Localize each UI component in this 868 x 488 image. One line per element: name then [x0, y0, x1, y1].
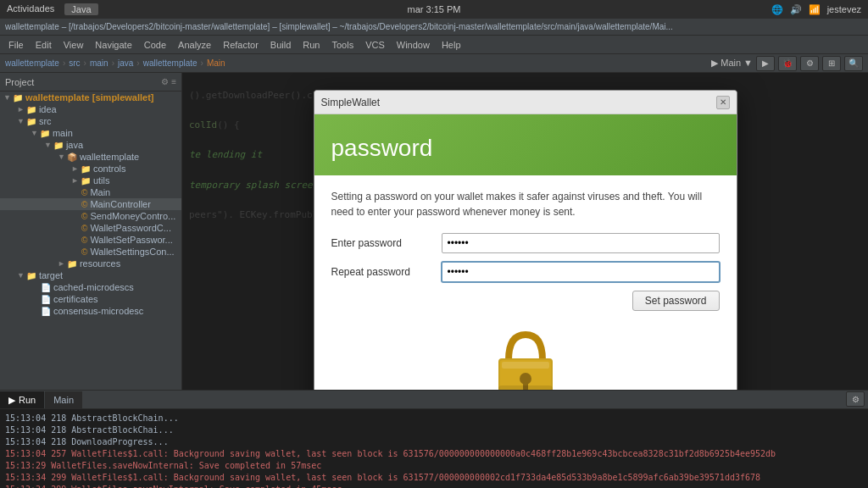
tree-idea[interactable]: ► 📁 idea	[0, 103, 181, 115]
tree-wallet-settings-label: WalletSettingsCon...	[90, 247, 174, 257]
wallet-set-password-icon: ©	[81, 236, 87, 245]
tree-wallet-password[interactable]: © WalletPasswordC...	[0, 222, 181, 234]
cached-microdescs-icon: 📄	[41, 283, 51, 292]
enter-password-row: Enter password	[331, 233, 720, 253]
tree-src-arrow: ▼	[17, 117, 25, 125]
tree-send-money[interactable]: © SendMoneyContro...	[0, 210, 181, 222]
bottom-tabs: ▶ Run Main ⚙	[0, 391, 868, 409]
run-config-label[interactable]: ▶ Main ▼	[711, 58, 753, 69]
tree-controls-arrow: ►	[71, 164, 79, 173]
certificates-icon: 📄	[41, 295, 51, 304]
breadcrumb-wallettemplate[interactable]: wallettemplate	[5, 58, 59, 68]
breadcrumb-src[interactable]: src	[69, 58, 80, 68]
toolbar-right: ▶ Main ▼ ▶ 🐞 ⚙ ⊞ 🔍	[711, 56, 863, 71]
main-tab[interactable]: Main	[45, 391, 83, 408]
tree-main-controller-label: MainController	[90, 199, 151, 209]
repeat-password-row: Repeat password	[331, 262, 720, 282]
console-settings-button[interactable]: ⚙	[846, 391, 865, 407]
repeat-password-input[interactable]	[442, 262, 720, 282]
menu-navigate[interactable]: Navigate	[90, 38, 136, 52]
breadcrumb-main[interactable]: main	[90, 58, 108, 68]
tree-root-label: wallettemplate [simplewallet]	[25, 92, 154, 103]
layout-button[interactable]: ⊞	[822, 56, 841, 71]
menu-help[interactable]: Help	[437, 38, 466, 52]
tree-certificates[interactable]: 📄 certificates	[0, 293, 181, 305]
menu-build[interactable]: Build	[265, 38, 296, 52]
run-button[interactable]: ▶	[756, 56, 775, 71]
breadcrumb-main-class[interactable]: Main	[207, 58, 225, 68]
target-folder-icon: 📁	[26, 271, 36, 280]
enter-password-input[interactable]	[442, 233, 720, 253]
breadcrumb-wallettemplate2[interactable]: wallettemplate	[143, 58, 198, 68]
resources-folder-icon: 📁	[67, 259, 77, 269]
wallet-password-icon: ©	[81, 224, 87, 233]
java-label[interactable]: Java	[64, 3, 97, 15]
dialog-banner: password	[314, 114, 737, 175]
main-layout: Project ⚙ ≡ ▼ 📁 wallettemplate [simplewa…	[0, 73, 868, 390]
tree-utils[interactable]: ► 📁 utils	[0, 175, 181, 186]
menu-edit[interactable]: Edit	[31, 38, 57, 52]
run-tab-label: Run	[19, 395, 36, 405]
debug-button[interactable]: 🐞	[778, 56, 797, 71]
dialog-close-x-button[interactable]: ✕	[716, 96, 730, 109]
utils-folder-icon: 📁	[81, 176, 91, 186]
menu-code[interactable]: Code	[139, 38, 171, 52]
tree-java[interactable]: ▼ 📁 java	[0, 139, 181, 151]
tree-java-label: java	[66, 140, 83, 150]
menu-tools[interactable]: Tools	[326, 38, 359, 52]
sidebar-controls[interactable]: ⚙ ≡	[161, 77, 176, 86]
more-button[interactable]: ⚙	[800, 56, 819, 71]
src-folder-icon: 📁	[26, 117, 36, 126]
project-label: Project	[5, 77, 34, 87]
system-bar-left: Actividades Java	[7, 3, 98, 15]
menu-window[interactable]: Window	[392, 38, 435, 52]
tree-consensus[interactable]: 📄 consensus-microdesc	[0, 305, 181, 317]
tree-main-controller[interactable]: © MainController	[0, 198, 181, 210]
tree-utils-label: utils	[93, 175, 110, 186]
svg-rect-2	[502, 362, 549, 369]
tree-java-arrow: ▼	[44, 141, 52, 149]
wifi-icon: 📶	[809, 4, 821, 15]
tree-target[interactable]: ▼ 📁 target	[0, 269, 181, 281]
set-password-actions: Set password	[331, 291, 720, 311]
time-label: mar 3:15 PM	[408, 4, 461, 14]
tree-target-label: target	[39, 270, 63, 280]
tree-src[interactable]: ▼ 📁 src	[0, 115, 181, 127]
tree-resources-arrow: ►	[58, 259, 65, 268]
run-tab[interactable]: ▶ Run	[0, 391, 45, 408]
tree-wallettemplate-pkg[interactable]: ▼ 📦 wallettemplate	[0, 151, 181, 163]
tree-wallet-set-password[interactable]: © WalletSetPasswor...	[0, 234, 181, 246]
tree-root[interactable]: ▼ 📁 wallettemplate [simplewallet]	[0, 92, 181, 103]
tree-idea-label: idea	[39, 104, 57, 114]
tree-resources[interactable]: ► 📁 resources	[0, 258, 181, 269]
activities-label[interactable]: Actividades	[7, 3, 54, 15]
tree-utils-arrow: ►	[71, 176, 79, 185]
consensus-icon: 📄	[41, 307, 51, 316]
tree-target-arrow: ▼	[17, 271, 25, 280]
run-tab-icon: ▶	[8, 395, 15, 406]
menu-vcs[interactable]: VCS	[360, 38, 390, 52]
sidebar: Project ⚙ ≡ ▼ 📁 wallettemplate [simplewa…	[0, 73, 182, 390]
menu-view[interactable]: View	[58, 38, 89, 52]
breadcrumb-java[interactable]: java	[118, 58, 133, 68]
menu-run[interactable]: Run	[298, 38, 325, 52]
menu-bar: File Edit View Navigate Code Analyze Ref…	[0, 36, 868, 54]
set-password-button[interactable]: Set password	[632, 291, 720, 311]
tree-controls[interactable]: ► 📁 controls	[0, 163, 181, 175]
main-tab-label: Main	[53, 395, 74, 405]
tree-main-class[interactable]: © Main	[0, 186, 181, 198]
svg-rect-5	[498, 385, 553, 390]
tree-wallet-settings[interactable]: © WalletSettingsCon...	[0, 246, 181, 258]
menu-analyze[interactable]: Analyze	[173, 38, 216, 52]
tree-main[interactable]: ▼ 📁 main	[0, 127, 181, 139]
enter-password-label: Enter password	[331, 237, 442, 249]
console-line-7: 15:13:34 299 WalletFiles.saveNowInternal…	[5, 484, 863, 488]
repeat-password-label: Repeat password	[331, 266, 442, 278]
tree-main-class-label: Main	[90, 187, 110, 197]
breadcrumb: wallettemplate › src › main › java › wal…	[5, 58, 225, 68]
menu-refactor[interactable]: Refactor	[218, 38, 264, 52]
search-everywhere[interactable]: 🔍	[844, 56, 863, 71]
tree-cached-microdescs[interactable]: 📄 cached-microdescs	[0, 281, 181, 293]
main-controller-icon: ©	[81, 200, 87, 209]
menu-file[interactable]: File	[3, 38, 29, 52]
